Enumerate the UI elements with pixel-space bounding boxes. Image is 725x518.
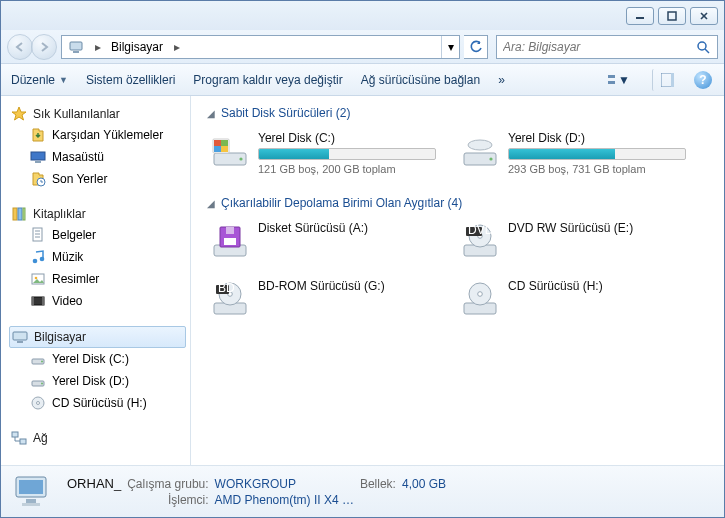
memory-key: Bellek: (360, 477, 396, 491)
computer-item[interactable]: Yerel Disk (D:) (27, 370, 186, 392)
svg-rect-46 (214, 146, 221, 152)
sysprops-label: Sistem özellikleri (86, 73, 175, 87)
sidebar-item-label: Son Yerler (52, 172, 107, 186)
refresh-button[interactable] (464, 35, 488, 59)
maximize-button[interactable] (658, 7, 686, 25)
sidebar-item-label: Masaüstü (52, 150, 104, 164)
drive-title: Disket Sürücüsü (A:) (258, 221, 436, 235)
organize-button[interactable]: Düzenle▼ (11, 73, 68, 87)
system-properties-button[interactable]: Sistem özellikleri (86, 73, 175, 87)
svg-line-7 (705, 49, 709, 53)
mapdrive-label: Ağ sürücüsüne bağlan (361, 73, 480, 87)
cd-icon (460, 279, 500, 319)
svg-rect-29 (32, 297, 34, 305)
more-commands-button[interactable]: » (498, 73, 505, 87)
view-options-button[interactable]: ▼ (608, 69, 630, 91)
drive-subtitle: 121 GB boş, 200 GB toplam (258, 163, 436, 175)
back-button[interactable] (7, 34, 33, 60)
svg-point-42 (239, 157, 242, 160)
svg-rect-47 (221, 146, 228, 152)
command-bar: Düzenle▼ Sistem özellikleri Program kald… (1, 64, 724, 96)
libraries-item[interactable]: Müzik (27, 246, 186, 268)
drive-item[interactable]: Disket Sürücüsü (A:) (207, 218, 439, 264)
sidebar-item-label: Müzik (52, 250, 83, 264)
breadcrumb-computer[interactable]: Bilgisayar (105, 36, 170, 58)
svg-rect-8 (608, 75, 615, 78)
hdd-header[interactable]: ◢Sabit Disk Sürücüleri (2) (207, 106, 708, 120)
drive-title: Yerel Disk (D:) (508, 131, 686, 145)
search-box[interactable] (496, 35, 718, 59)
svg-rect-70 (26, 499, 36, 503)
drive-item[interactable]: Yerel Disk (D:)293 GB boş, 731 GB toplam (457, 128, 689, 178)
libraries-header[interactable]: Kitaplıklar (9, 204, 186, 224)
cpu-key: İşlemci: (127, 493, 208, 507)
favorites-item[interactable]: Masaüstü (27, 146, 186, 168)
hdd-icon (30, 373, 46, 389)
favorites-item[interactable]: Son Yerler (27, 168, 186, 190)
libraries-item[interactable]: Belgeler (27, 224, 186, 246)
help-button[interactable]: ? (692, 69, 714, 91)
svg-point-25 (40, 257, 45, 262)
network-header[interactable]: Ağ (9, 428, 186, 448)
capacity-bar (258, 148, 436, 160)
svg-rect-31 (13, 332, 27, 340)
sidebar-item-label: Resimler (52, 272, 99, 286)
more-label: » (498, 73, 505, 87)
memory-value: 4,00 GB (402, 477, 446, 491)
organize-label: Düzenle (11, 73, 55, 87)
removable-header[interactable]: ◢Çıkarılabilir Depolama Birimi Olan Aygı… (207, 196, 708, 210)
svg-rect-32 (17, 341, 23, 343)
dvd-icon: DVD (460, 221, 500, 261)
svg-point-36 (41, 383, 43, 385)
libraries-item[interactable]: Resimler (27, 268, 186, 290)
svg-line-2 (701, 13, 707, 19)
minimize-button[interactable] (626, 7, 654, 25)
svg-rect-30 (42, 297, 44, 305)
search-input[interactable] (503, 40, 695, 54)
address-dropdown[interactable]: ▾ (441, 36, 459, 58)
libraries-item[interactable]: Video (27, 290, 186, 312)
computer-item[interactable]: Yerel Disk (C:) (27, 348, 186, 370)
computer-header[interactable]: Bilgisayar (9, 326, 186, 348)
breadcrumb-chevron[interactable]: ▸ (170, 40, 184, 54)
computer-item[interactable]: CD Sürücüsü (H:) (27, 392, 186, 414)
collapse-icon: ◢ (207, 198, 215, 209)
svg-point-38 (37, 402, 40, 405)
svg-rect-5 (73, 51, 79, 53)
uninstall-button[interactable]: Program kaldır veya değiştir (193, 73, 342, 87)
drive-item[interactable]: BDBD-ROM Sürücüsü (G:) (207, 276, 439, 322)
favorites-group: Sık Kullanılanlar Karşıdan YüklemelerMas… (9, 104, 186, 190)
breadcrumb-label: Bilgisayar (111, 40, 163, 54)
close-button[interactable] (690, 7, 718, 25)
details-pane: ORHAN_ Çalışma grubu: WORKGROUP Bellek: … (1, 465, 724, 517)
svg-rect-17 (13, 208, 17, 220)
cpu-value: AMD Phenom(tm) II X4 … (215, 493, 354, 507)
breadcrumb-computer-icon[interactable] (62, 36, 91, 58)
breadcrumb-chevron[interactable]: ▸ (91, 40, 105, 54)
address-bar[interactable]: ▸ Bilgisayar ▸ ▾ (61, 35, 460, 59)
favorites-item[interactable]: Karşıdan Yüklemeler (27, 124, 186, 146)
sidebar-item-label: Video (52, 294, 82, 308)
hdd-icon (30, 351, 46, 367)
network-label: Ağ (33, 431, 48, 445)
favorites-header[interactable]: Sık Kullanılanlar (9, 104, 186, 124)
svg-rect-9 (608, 81, 615, 84)
floppy-icon (210, 221, 250, 261)
drive-subtitle: 293 GB boş, 731 GB toplam (508, 163, 686, 175)
sidebar-item-label: Yerel Disk (D:) (52, 374, 129, 388)
preview-pane-button[interactable] (652, 69, 674, 91)
drive-title: CD Sürücüsü (H:) (508, 279, 686, 293)
drive-item[interactable]: CD Sürücüsü (H:) (457, 276, 689, 322)
svg-point-49 (489, 157, 492, 160)
map-drive-button[interactable]: Ağ sürücüsüne bağlan (361, 73, 480, 87)
workgroup-value: WORKGROUP (215, 477, 354, 491)
removable-category: ◢Çıkarılabilir Depolama Birimi Olan Aygı… (207, 196, 708, 322)
sidebar-item-label: CD Sürücüsü (H:) (52, 396, 147, 410)
star-icon (11, 106, 27, 122)
libraries-group: Kitaplıklar BelgelerMüzikResimlerVideo (9, 204, 186, 312)
svg-rect-4 (70, 42, 82, 50)
drive-item[interactable]: DVDDVD RW Sürücüsü (E:) (457, 218, 689, 264)
forward-button[interactable] (31, 34, 57, 60)
drive-item[interactable]: Yerel Disk (C:)121 GB boş, 200 GB toplam (207, 128, 439, 178)
search-icon[interactable] (695, 39, 711, 55)
